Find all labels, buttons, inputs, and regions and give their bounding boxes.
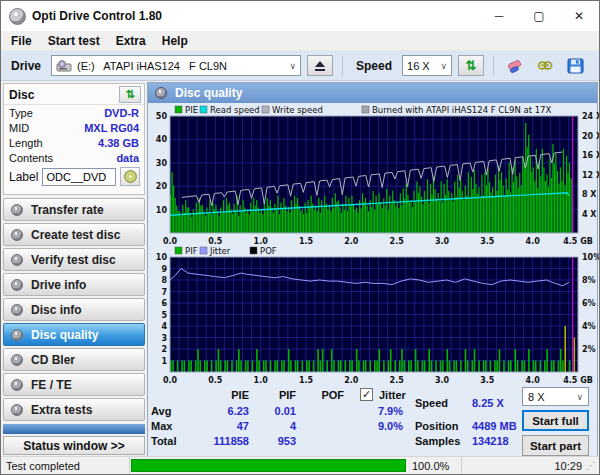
sidebar-item-verify-test-disc[interactable]: Verify test disc — [3, 248, 145, 271]
svg-text:16 X: 16 X — [582, 151, 600, 160]
sidebar-item-extra-tests[interactable]: Extra tests — [3, 398, 145, 421]
progress-percent: 100.0% — [407, 457, 461, 474]
start-full-button[interactable]: Start full — [522, 410, 589, 431]
svg-text:12 X: 12 X — [582, 171, 600, 180]
disc-icon — [11, 329, 23, 341]
menu-extra[interactable]: Extra — [108, 34, 154, 48]
menu-start-test[interactable]: Start test — [40, 34, 108, 48]
total-pif: 953 — [278, 435, 296, 447]
page-title-bar: Disc quality — [148, 83, 597, 103]
toolbar-separator — [493, 56, 494, 76]
svg-text:20 X: 20 X — [582, 132, 600, 141]
speed-stat-label: Speed — [415, 397, 448, 409]
disc-field-length: Length 4.38 GB — [4, 135, 144, 150]
sidebar: Disc ⇅ Type DVD-R MID MXL RG04 Length 4.… — [1, 81, 147, 458]
save-button[interactable] — [563, 55, 587, 77]
max-pie: 47 — [237, 420, 249, 432]
menu-file[interactable]: File — [3, 34, 40, 48]
refresh-disc-button[interactable]: ⇅ — [119, 86, 141, 103]
refresh-drive-button[interactable]: ⇅ — [458, 55, 484, 76]
drive-select[interactable]: (E:) ATAPI iHAS124 F CL9N ∨ — [51, 55, 301, 76]
svg-text:8%: 8% — [582, 276, 596, 285]
settings-button[interactable]: ⚙⚙ — [533, 55, 557, 77]
svg-text:0.5: 0.5 — [208, 237, 223, 246]
svg-text:8 X: 8 X — [582, 190, 597, 199]
col-header-pif: PIF — [279, 389, 296, 401]
test-speed-select[interactable]: 8 X ∨ — [522, 387, 589, 406]
start-part-button[interactable]: Start part — [522, 435, 589, 456]
sidebar-item-create-test-disc[interactable]: Create test disc — [3, 223, 145, 246]
disc-icon — [155, 87, 167, 99]
drive-label: Drive — [11, 59, 41, 73]
disc-icon — [11, 354, 23, 366]
erase-disc-button[interactable] — [503, 55, 527, 77]
svg-text:PIF: PIF — [185, 246, 198, 256]
svg-text:6%: 6% — [582, 299, 596, 308]
row-label-avg: Avg — [151, 405, 171, 417]
svg-text:1.5: 1.5 — [299, 237, 314, 246]
label-label: Label — [9, 170, 38, 184]
disc-icon — [11, 279, 23, 291]
sidebar-item-disc-info[interactable]: Disc info — [3, 298, 145, 321]
position-stat-label: Position — [415, 420, 458, 432]
svg-text:7: 7 — [161, 288, 167, 297]
disc-panel: Disc ⇅ Type DVD-R MID MXL RG04 Length 4.… — [3, 83, 145, 195]
drive-icon — [56, 60, 72, 72]
svg-text:10: 10 — [156, 253, 168, 262]
eject-button[interactable] — [307, 55, 333, 76]
disc-icon — [11, 404, 23, 416]
status-bar: Test completed 100.0% 10:29 ⋰ — [1, 456, 600, 474]
sidebar-item-disc-quality[interactable]: Disc quality — [3, 323, 145, 346]
disc-label-input[interactable] — [42, 168, 116, 186]
chevron-down-icon: ∨ — [576, 392, 583, 402]
svg-text:PIE: PIE — [185, 105, 198, 115]
svg-text:4.5 GB: 4.5 GB — [563, 237, 593, 246]
sidebar-item-drive-info[interactable]: Drive info — [3, 273, 145, 296]
jitter-checkbox[interactable]: ✓ — [360, 388, 373, 401]
speed-select[interactable]: 16 X ∨ — [402, 55, 452, 76]
svg-text:2: 2 — [161, 345, 167, 354]
svg-text:Read speed: Read speed — [210, 105, 260, 115]
avg-pie: 6.23 — [228, 405, 249, 417]
toolbar-separator — [342, 56, 343, 76]
app-window: Opti Drive Control 1.80 ─ ▢ ✕ File Start… — [0, 0, 600, 475]
row-label-total: Total — [151, 435, 176, 447]
total-pie: 111858 — [214, 435, 250, 447]
svg-text:20: 20 — [156, 182, 168, 191]
write-label-button[interactable] — [120, 167, 140, 186]
cd-icon — [124, 170, 137, 183]
svg-text:2.5: 2.5 — [390, 237, 405, 246]
sidebar-item-fe-te[interactable]: FE / TE — [3, 373, 145, 396]
svg-text:4%: 4% — [582, 322, 596, 331]
close-button[interactable]: ✕ — [559, 1, 599, 31]
progress-bar — [131, 459, 406, 472]
svg-text:2.5: 2.5 — [390, 376, 405, 385]
avg-jitter: 7.9% — [378, 405, 403, 417]
refresh-arrows-icon: ⇅ — [125, 89, 134, 100]
svg-text:0.0: 0.0 — [163, 237, 178, 246]
svg-text:5: 5 — [161, 311, 167, 320]
minimize-button[interactable]: ─ — [479, 1, 519, 31]
speed-label: Speed — [356, 59, 392, 73]
status-text: Test completed — [1, 457, 129, 474]
svg-text:2.0: 2.0 — [344, 237, 359, 246]
menu-bar: File Start test Extra Help — [1, 31, 599, 50]
svg-text:0.5: 0.5 — [208, 376, 223, 385]
max-jitter: 9.0% — [378, 420, 403, 432]
maximize-button[interactable]: ▢ — [519, 1, 559, 31]
chevron-down-icon: ∨ — [289, 61, 296, 71]
sidebar-item-cd-bler[interactable]: CD Bler — [3, 348, 145, 371]
svg-text:40: 40 — [156, 135, 168, 144]
elapsed-time: 10:29 ⋰ — [462, 457, 600, 474]
drive-value: (E:) ATAPI iHAS124 F CL9N — [77, 60, 227, 72]
disc-icon — [11, 304, 23, 316]
row-label-max: Max — [151, 420, 172, 432]
status-window-button[interactable]: Status window >> — [3, 436, 145, 455]
refresh-arrows-icon: ⇅ — [466, 59, 477, 72]
svg-text:6: 6 — [161, 299, 167, 308]
svg-text:Burned with ATAPI iHAS124 F: Burned with ATAPI iHAS124 F CL9N at 17X — [372, 105, 552, 115]
sidebar-item-transfer-rate[interactable]: Transfer rate — [3, 198, 145, 221]
disc-panel-title: Disc — [9, 88, 34, 102]
svg-text:POF: POF — [260, 246, 277, 256]
menu-help[interactable]: Help — [154, 34, 196, 48]
